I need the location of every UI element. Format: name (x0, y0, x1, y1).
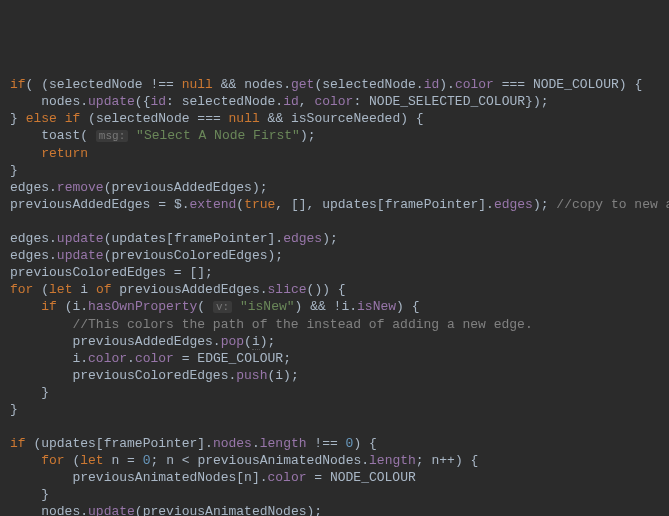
code-line: } (10, 162, 659, 179)
code-line: if( (selectedNode !== null && nodes.get(… (10, 76, 659, 93)
code-line: nodes.update(previousAnimatedNodes); (10, 503, 659, 516)
code-line: previousAddedEdges = $.extend(true, [], … (10, 196, 659, 213)
code-line: if (i.hasOwnProperty( v: "isNew") && !i.… (10, 298, 659, 316)
code-line: previousAddedEdges.pop(i); (10, 333, 659, 350)
code-line: edges.update(previousColoredEdges); (10, 247, 659, 264)
code-line: } (10, 384, 659, 401)
code-line: } (10, 486, 659, 503)
code-line: edges.update(updates[framePointer].edges… (10, 230, 659, 247)
code-line: nodes.update({id: selectedNode.id, color… (10, 93, 659, 110)
code-line: previousAnimatedNodes[n].color = NODE_CO… (10, 469, 659, 486)
code-line (10, 213, 659, 230)
code-line: } else if (selectedNode === null && isSo… (10, 110, 659, 127)
param-hint: msg: (96, 130, 128, 142)
code-line: previousColoredEdges.push(i); (10, 367, 659, 384)
code-line: if (updates[framePointer].nodes.length !… (10, 435, 659, 452)
code-line: i.color.color = EDGE_COLOUR; (10, 350, 659, 367)
code-line: previousColoredEdges = []; (10, 264, 659, 281)
param-hint: v: (213, 301, 232, 313)
code-line: } (10, 401, 659, 418)
code-line: //This colors the path of the instead of… (10, 316, 659, 333)
code-line: toast( msg: "Select A Node First"); (10, 127, 659, 145)
code-line: edges.remove(previousAddedEdges); (10, 179, 659, 196)
code-line: return (10, 145, 659, 162)
code-line: for (let n = 0; n < previousAnimatedNode… (10, 452, 659, 469)
code-editor[interactable]: if( (selectedNode !== null && nodes.get(… (10, 76, 659, 516)
code-line: for (let i of previousAddedEdges.slice()… (10, 281, 659, 298)
code-line (10, 418, 659, 435)
